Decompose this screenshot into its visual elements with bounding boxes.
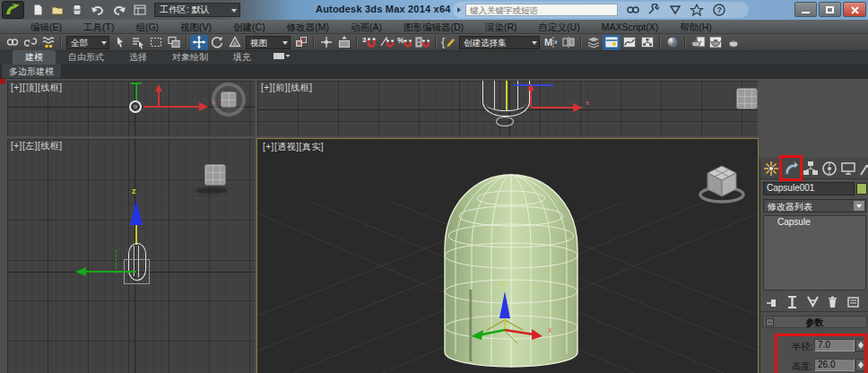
angle-snap-toggle-icon[interactable] <box>378 35 396 50</box>
close-button[interactable] <box>843 2 866 17</box>
gizmo-y-axis[interactable] <box>86 271 136 273</box>
select-and-move-button[interactable] <box>190 35 208 50</box>
ribbon-tab-modeling[interactable]: 建模 <box>13 50 56 65</box>
open-file-button[interactable] <box>50 3 66 17</box>
percent-snap-toggle-icon[interactable]: % <box>396 35 414 50</box>
radius-field[interactable]: 7.0 <box>814 339 855 351</box>
curve-editor-icon[interactable] <box>621 35 638 50</box>
viewport-perspective-label[interactable]: [+][透视][真实] <box>263 141 324 153</box>
modifier-list-dropdown[interactable]: 修改器列表 <box>763 199 866 213</box>
pin-stack-icon[interactable] <box>765 296 778 309</box>
utilities-tab-icon[interactable] <box>859 160 868 177</box>
menu-item-customize[interactable]: 自定义(U) <box>528 20 591 34</box>
menu-item-edit[interactable]: 编辑(E) <box>20 20 73 34</box>
modify-tab-icon[interactable] <box>783 160 799 177</box>
remove-modifier-icon[interactable] <box>826 295 839 309</box>
menu-item-views[interactable]: 视图(V) <box>169 20 222 34</box>
modifier-stack[interactable]: Capsule <box>763 215 866 291</box>
configure-modifier-sets-icon[interactable] <box>846 295 860 309</box>
ribbon-minimize-icon[interactable] <box>273 48 292 65</box>
search-button[interactable] <box>625 4 643 16</box>
ribbon-tab-populate[interactable]: 填充 <box>221 50 264 65</box>
parameters-rollout-header[interactable]: − 参数 <box>762 316 867 328</box>
modifier-stack-item[interactable]: Capsule <box>764 216 865 229</box>
ribbon-tab-freeform[interactable]: 自由形式 <box>56 50 117 65</box>
menu-item-maxscript[interactable]: MAXScript(X) <box>591 20 670 34</box>
reference-coordinate-dropdown[interactable]: 视图 <box>246 36 291 49</box>
gizmo-x-axis[interactable] <box>143 106 199 108</box>
search-input[interactable] <box>465 4 618 16</box>
show-end-result-icon[interactable] <box>786 295 799 309</box>
gizmo-x-axis[interactable] <box>532 107 573 108</box>
menu-item-rendering[interactable]: 渲染(R) <box>474 20 528 34</box>
window-crossing-icon[interactable] <box>165 35 183 50</box>
use-pivot-point-center-icon[interactable] <box>292 35 310 50</box>
gizmo-z-arrow[interactable] <box>130 200 143 225</box>
undo-button[interactable] <box>90 3 106 17</box>
rendered-frame-window-icon[interactable] <box>707 35 725 50</box>
edit-named-selection-sets-icon[interactable]: { <box>439 35 457 50</box>
material-editor-icon[interactable] <box>664 35 681 50</box>
viewport-front-label[interactable]: [+][前][线框] <box>261 82 313 94</box>
render-production-icon[interactable] <box>725 35 742 50</box>
ribbon-tab-object-paint[interactable]: 对象绘制 <box>160 50 221 65</box>
maximize-button[interactable] <box>819 2 841 17</box>
menu-item-tools[interactable]: 工具(T) <box>73 20 125 34</box>
ribbon-tab-selection[interactable]: 选择 <box>117 50 160 65</box>
viewport-front[interactable]: [+][前][线框] x <box>257 81 758 136</box>
selection-filter-dropdown[interactable]: 全部 <box>66 36 109 49</box>
bind-to-space-warp-icon[interactable] <box>39 35 57 50</box>
gizmo-y-axis[interactable] <box>135 82 137 101</box>
object-name-field[interactable]: Capsule001 <box>763 182 855 195</box>
ribbon-toggle-button[interactable] <box>603 35 621 50</box>
minimize-button[interactable] <box>794 2 817 17</box>
viewport-left-label[interactable]: [+][左][线框] <box>11 140 63 152</box>
rollout-collapse-icon[interactable]: − <box>766 318 774 326</box>
capsule-top-view[interactable] <box>129 100 142 113</box>
menu-item-help[interactable]: 帮助(H) <box>669 20 723 34</box>
save-file-button[interactable] <box>70 3 86 17</box>
make-unique-icon[interactable] <box>806 295 820 309</box>
hierarchy-tab-icon[interactable] <box>803 160 819 177</box>
viewcube[interactable] <box>212 82 246 117</box>
viewport-top-label[interactable]: [+][顶][线框] <box>11 82 63 94</box>
workspace-switcher-icon[interactable] <box>133 3 149 17</box>
mirror-icon[interactable]: M <box>542 35 560 50</box>
menu-item-graph-editors[interactable]: 图形编辑器(D) <box>393 20 474 34</box>
ribbon-panel-polygon-modeling[interactable]: 多边形建模 <box>2 65 61 78</box>
align-icon[interactable] <box>560 35 577 50</box>
viewcube[interactable] <box>695 159 751 205</box>
select-and-scale-icon[interactable] <box>226 35 244 50</box>
select-object-icon[interactable] <box>111 35 129 50</box>
menu-item-group[interactable]: 组(G) <box>125 20 169 34</box>
height-spinner[interactable] <box>855 359 865 371</box>
viewport-perspective[interactable]: [+][透视][真实] <box>257 139 758 373</box>
viewcube[interactable] <box>736 88 758 109</box>
create-tab-icon[interactable] <box>763 160 779 177</box>
infocenter-toggle-icon[interactable] <box>456 6 463 13</box>
menu-item-create[interactable]: 创建(C) <box>222 20 276 34</box>
menu-item-modifiers[interactable]: 修改器(M) <box>276 20 340 34</box>
subscription-wrench-icon[interactable] <box>647 4 664 16</box>
move-gizmo[interactable]: z x <box>464 273 571 354</box>
radius-spinner[interactable] <box>855 339 865 351</box>
viewport-top[interactable]: [+][顶][线框] x <box>7 81 255 136</box>
display-tab-icon[interactable] <box>840 160 856 177</box>
viewcube[interactable] <box>204 164 226 186</box>
capsule-front-view[interactable] <box>482 81 530 117</box>
unlink-selection-icon[interactable] <box>22 35 39 50</box>
app-logo[interactable] <box>2 1 24 19</box>
communication-center-icon[interactable] <box>668 4 686 16</box>
keyboard-shortcut-override-icon[interactable] <box>335 35 353 50</box>
spinner-snap-toggle-icon[interactable] <box>414 35 432 50</box>
named-selection-dropdown[interactable]: 创建选择集 <box>459 36 540 49</box>
menu-item-animation[interactable]: 动画(A) <box>340 20 393 34</box>
workspace-dropdown[interactable]: 工作区: 默认 <box>154 3 240 17</box>
render-setup-icon[interactable] <box>689 35 707 50</box>
schematic-view-icon[interactable] <box>638 35 656 50</box>
help-icon[interactable]: ? <box>713 4 731 16</box>
new-scene-button[interactable] <box>30 3 47 17</box>
motion-tab-icon[interactable] <box>821 160 838 177</box>
viewport-left[interactable]: [+][左][线框] z <box>7 139 255 373</box>
select-and-manipulate-icon[interactable] <box>317 35 335 50</box>
